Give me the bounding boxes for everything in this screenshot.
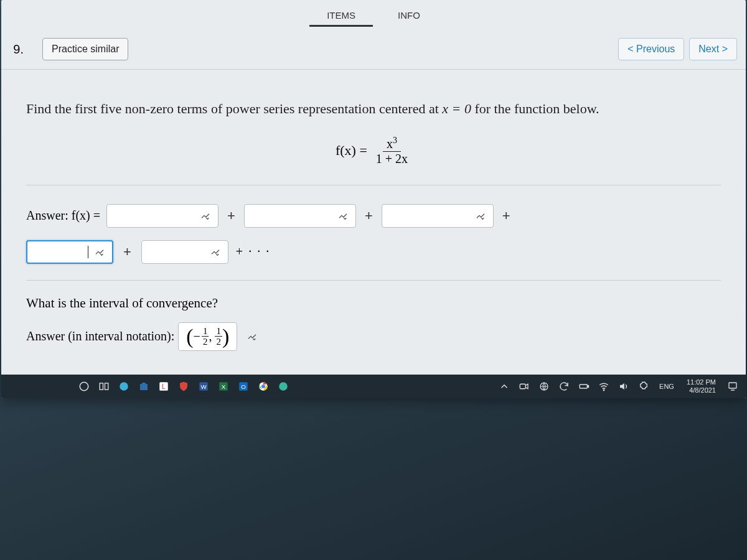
outlook-icon[interactable]: O [235,378,251,394]
equation-editor-icon[interactable] [243,329,261,344]
svg-text:W: W [200,383,207,390]
app-screen: ITEMS INFO 9. Practice similar < Previou… [1,0,746,398]
tray-globe-icon[interactable] [536,378,552,394]
svg-rect-5 [142,383,146,385]
meet-now-icon[interactable] [516,378,532,394]
chrome-icon[interactable] [255,378,271,394]
plus-2: + [362,208,375,224]
shield-icon[interactable] [176,378,192,394]
prompt-center: x = 0 [442,101,471,116]
interval-input[interactable]: ( − 12 , 12 ) [178,322,237,351]
volume-icon[interactable] [616,378,632,394]
answer1-label: Answer: f(x) = [26,208,100,223]
divider [26,185,721,185]
svg-point-21 [603,390,604,391]
app-letter-icon[interactable]: L [156,378,172,394]
edge-icon[interactable] [116,378,132,394]
formula-den: 1 + 2x [372,152,411,166]
question-number: 9. [1,42,24,57]
question-2: What is the interval of convergence? [26,296,721,311]
notifications-icon[interactable] [725,378,741,394]
wifi-icon[interactable] [596,378,612,394]
equation-editor-icon[interactable] [197,208,214,223]
series-ellipsis: + · · · [236,245,270,259]
divider-2 [26,280,721,281]
next-button[interactable]: Next > [689,38,737,60]
problem-prompt: Find the first five non-zero terms of po… [26,101,721,117]
store-icon[interactable] [136,378,152,394]
formula-num-exp: 3 [393,136,397,145]
formula-fraction: x3 1 + 2x [372,136,411,166]
term-input-3[interactable] [382,204,494,228]
formula-display: f(x) = x3 1 + 2x [26,136,721,166]
windows-taskbar: L W X O [1,375,746,398]
chevron-up-icon[interactable] [496,378,512,394]
word-icon[interactable]: W [195,378,212,394]
clock-date: 4/8/2021 [687,386,716,394]
svg-point-16 [279,382,288,391]
svg-rect-2 [105,383,108,390]
answer-series-row2: + + · · · [26,240,721,264]
prompt-before: Find the first five non-zero terms of po… [26,101,442,116]
text-cursor [88,246,89,258]
term-input-5[interactable] [141,240,228,264]
svg-text:O: O [241,383,246,390]
svg-point-3 [120,382,128,391]
answer2-label: Answer (in interval notation): [26,329,174,343]
problem-body: Find the first five non-zero terms of po… [1,70,746,363]
clock-time: 11:02 PM [687,378,716,386]
term-input-1[interactable] [106,204,218,228]
equation-editor-icon[interactable] [472,208,489,223]
svg-rect-4 [140,384,148,390]
problem-header: 9. Practice similar < Previous Next > [1,27,746,70]
svg-rect-19 [580,385,587,388]
svg-text:L: L [162,383,166,390]
practice-similar-button[interactable]: Practice similar [42,38,128,60]
equation-editor-icon[interactable] [91,245,108,259]
excel-icon[interactable]: X [215,378,232,394]
tab-bar: ITEMS INFO [1,0,746,27]
equation-editor-icon[interactable] [334,208,352,223]
equation-editor-icon[interactable] [207,245,224,259]
start-icon[interactable] [76,378,92,394]
plus-3: + [500,208,513,224]
svg-text:X: X [222,383,226,390]
svg-point-0 [80,382,88,391]
svg-rect-17 [520,384,525,389]
previous-button[interactable]: < Previous [618,38,684,60]
term-input-4[interactable] [26,240,113,264]
language-indicator[interactable]: ENG [655,383,678,390]
plus-1: + [225,208,238,224]
formula-num-base: x [387,137,393,151]
battery-icon[interactable] [576,378,592,394]
clock[interactable]: 11:02 PM 4/8/2021 [682,378,721,394]
svg-point-15 [261,385,265,388]
task-view-icon[interactable] [96,378,112,394]
plus-4: + [121,244,134,260]
svg-rect-20 [588,386,589,388]
tray-sync-icon[interactable] [556,378,572,394]
svg-rect-22 [729,383,736,388]
prompt-after: for the function below. [474,101,599,116]
browser-icon[interactable] [275,378,291,394]
tab-items[interactable]: ITEMS [324,6,358,27]
term-input-2[interactable] [244,204,356,228]
svg-rect-1 [100,383,103,390]
formula-lhs: f(x) = [336,142,367,159]
answer-series-row1: Answer: f(x) = + + [26,204,721,228]
answer-2-row: Answer (in interval notation): ( − 12 , … [26,322,721,351]
tab-info[interactable]: INFO [395,6,423,27]
settings-link-icon[interactable] [636,378,652,394]
